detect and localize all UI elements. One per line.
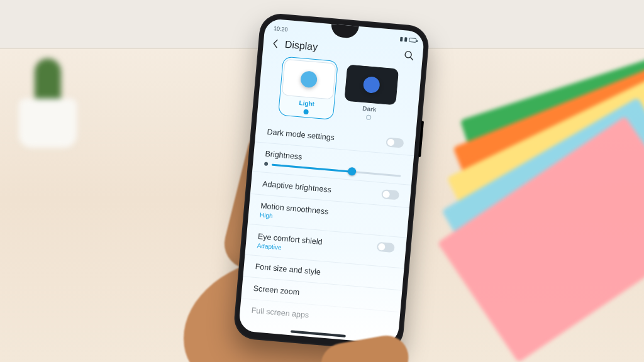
theme-option-light[interactable]: Light [278,57,338,120]
battery-icon [409,38,417,43]
svg-line-1 [410,57,413,60]
slider-fill [272,163,352,172]
smartphone: 10:20 Display [233,12,430,353]
label-full-screen-apps: Full screen apps [251,306,388,327]
radio-unselected-icon [366,114,372,120]
slider-thumb[interactable] [347,167,356,176]
home-indicator[interactable] [291,330,346,337]
brightness-low-icon [264,162,269,167]
toggle-dark-mode-settings[interactable] [386,137,404,148]
label-dark-mode-settings: Dark mode settings [267,127,335,141]
theme-label-dark: Dark [362,105,377,113]
theme-preview-light [282,59,336,100]
signal-icon [400,37,403,41]
status-indicators [400,37,417,43]
theme-label-light: Light [299,99,314,107]
chevron-left-icon [272,39,279,48]
theme-preview-dark [344,65,399,106]
photo-scene: 10:20 Display [0,0,644,362]
settings-list: Dark mode settings Brightness [239,117,416,334]
search-icon[interactable] [403,50,414,60]
toggle-eye-comfort[interactable] [377,242,395,253]
status-time: 10:20 [274,25,288,33]
radio-selected-icon [303,109,309,115]
toggle-adaptive-brightness[interactable] [381,189,399,200]
phone-screen: 10:20 Display [238,18,425,344]
theme-option-dark[interactable]: Dark [341,62,401,125]
wifi-icon [404,37,408,41]
potted-plant [3,60,91,148]
label-adaptive-brightness: Adaptive brightness [262,179,332,194]
back-button[interactable] [269,38,282,50]
